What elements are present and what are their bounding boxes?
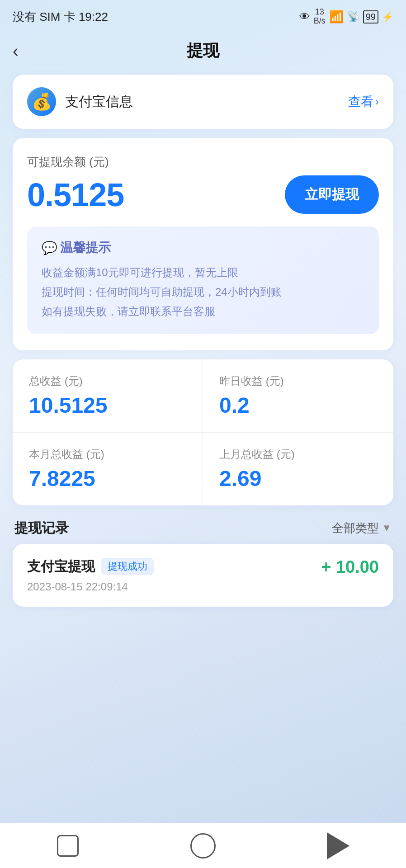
earnings-lastmonth-label: 上月总收益 (元) xyxy=(219,447,377,462)
balance-row: 0.5125 立即提现 xyxy=(27,175,379,214)
bottom-nav xyxy=(0,823,406,868)
earnings-grid: 总收益 (元) 10.5125 昨日收益 (元) 0.2 本月总收益 (元) 7… xyxy=(13,359,393,505)
record-row: 支付宝提现 提现成功 2023-08-15 22:09:14 + 10.00 xyxy=(27,557,379,593)
alipay-left: 支付宝信息 xyxy=(27,87,133,116)
earnings-total-value: 10.5125 xyxy=(29,393,186,418)
record-title-row: 支付宝提现 提现成功 xyxy=(27,557,154,576)
record-item-0: 支付宝提现 提现成功 2023-08-15 22:09:14 + 10.00 xyxy=(13,544,393,607)
alipay-view-button[interactable]: 查看 › xyxy=(348,93,379,110)
page-title: 提现 xyxy=(187,40,219,62)
record-date: 2023-08-15 22:09:14 xyxy=(27,580,154,593)
record-left: 支付宝提现 提现成功 2023-08-15 22:09:14 xyxy=(27,557,154,593)
earnings-yesterday-value: 0.2 xyxy=(219,393,377,418)
notice-body: 收益金额满10元即可进行提现，暂无上限 提现时间：任何时间均可自助提现，24小时… xyxy=(42,263,364,321)
back-button[interactable]: ‹ xyxy=(13,42,19,60)
wifi-icon: 📶 xyxy=(329,10,344,24)
earnings-month-value: 7.8225 xyxy=(29,466,186,491)
earnings-cell-month: 本月总收益 (元) 7.8225 xyxy=(13,433,203,505)
eye-icon: 👁 xyxy=(299,10,310,23)
earnings-card: 总收益 (元) 10.5125 昨日收益 (元) 0.2 本月总收益 (元) 7… xyxy=(13,359,393,505)
notice-line-2: 提现时间：任何时间均可自助提现，24小时内到账 xyxy=(42,282,364,302)
alipay-info-card: 支付宝信息 查看 › xyxy=(13,75,393,129)
signal-icon: 📡 xyxy=(347,11,359,23)
records-header: 提现记录 全部类型 ▼ xyxy=(13,514,393,544)
nav-circle-button[interactable] xyxy=(185,832,221,859)
notice-card: 💬 温馨提示 收益金额满10元即可进行提现，暂无上限 提现时间：任何时间均可自助… xyxy=(27,226,379,334)
network-speed: 13 B/s xyxy=(314,8,326,26)
home-icon xyxy=(57,835,79,857)
battery-icon: 99 xyxy=(363,10,378,24)
main-content: 支付宝信息 查看 › 可提现余额 (元) 0.5125 立即提现 💬 温馨提示 xyxy=(0,70,406,620)
earnings-cell-yesterday: 昨日收益 (元) 0.2 xyxy=(203,359,393,433)
earnings-lastmonth-value: 2.69 xyxy=(219,466,377,491)
page-header: ‹ 提现 xyxy=(0,32,406,70)
notice-line-1: 收益金额满10元即可进行提现，暂无上限 xyxy=(42,263,364,282)
balance-card: 可提现余额 (元) 0.5125 立即提现 💬 温馨提示 收益金额满10元即可进… xyxy=(13,138,393,350)
alipay-view-label: 查看 xyxy=(348,93,373,110)
records-section: 提现记录 全部类型 ▼ 支付宝提现 提现成功 2023-08-15 22:09:… xyxy=(13,514,393,607)
notice-icon: 💬 xyxy=(42,241,57,255)
earnings-month-label: 本月总收益 (元) xyxy=(29,447,186,462)
earnings-yesterday-label: 昨日收益 (元) xyxy=(219,374,377,388)
alipay-icon xyxy=(27,87,56,116)
balance-label: 可提现余额 (元) xyxy=(27,154,379,170)
nav-square-button[interactable] xyxy=(50,832,86,859)
status-bar: 没有 SIM 卡 19:22 👁 13 B/s 📶 📡 99 ⚡ xyxy=(0,0,406,32)
earnings-cell-lastmonth: 上月总收益 (元) 2.69 xyxy=(203,433,393,505)
filter-label: 全部类型 xyxy=(332,520,379,536)
status-right-icons: 👁 13 B/s 📶 📡 99 ⚡ xyxy=(299,8,393,26)
dropdown-icon: ▼ xyxy=(382,522,392,534)
notice-line-3: 如有提现失败，请立即联系平台客服 xyxy=(42,302,364,321)
back-icon xyxy=(327,832,349,859)
back-home-icon xyxy=(190,833,216,859)
record-badge: 提现成功 xyxy=(101,558,154,575)
balance-inner: 可提现余额 (元) 0.5125 立即提现 💬 温馨提示 收益金额满10元即可进… xyxy=(13,138,393,350)
balance-amount: 0.5125 xyxy=(27,176,124,213)
alipay-row: 支付宝信息 查看 › xyxy=(13,75,393,129)
nav-triangle-button[interactable] xyxy=(320,832,356,859)
status-left-text: 没有 SIM 卡 19:22 xyxy=(13,9,108,25)
notice-title: 💬 温馨提示 xyxy=(42,239,364,256)
record-amount: + 10.00 xyxy=(321,557,379,577)
filter-button[interactable]: 全部类型 ▼ xyxy=(332,520,392,536)
alipay-label: 支付宝信息 xyxy=(65,93,133,111)
withdraw-button[interactable]: 立即提现 xyxy=(285,175,379,214)
earnings-cell-total: 总收益 (元) 10.5125 xyxy=(13,359,203,433)
record-title-text: 支付宝提现 xyxy=(27,557,95,576)
records-title: 提现记录 xyxy=(14,519,69,538)
charging-icon: ⚡ xyxy=(382,11,393,22)
earnings-total-label: 总收益 (元) xyxy=(29,374,186,388)
chevron-right-icon: › xyxy=(375,95,379,108)
